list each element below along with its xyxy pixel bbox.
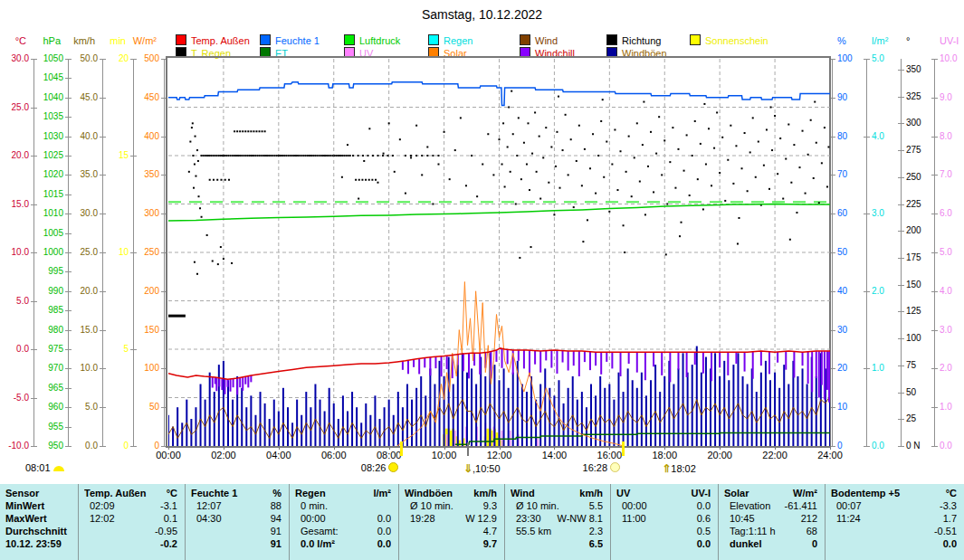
- axis-wm-tick-label: 50: [129, 403, 159, 412]
- axis--tick-label: 70: [837, 170, 870, 179]
- axis-min-tick: [130, 156, 137, 157]
- legend-item-et: ET: [260, 44, 288, 55]
- axis-hpa-tick-label: 985: [33, 306, 63, 315]
- axis-hpa-tick-label: 960: [33, 403, 63, 412]
- x-tick-mark: [500, 446, 501, 450]
- axis--tick: [898, 393, 904, 394]
- moonrise-annotation: ⇑18:02: [662, 462, 696, 475]
- table-cell-value: 0: [729, 537, 817, 550]
- legend-item-richtung: Richtung: [606, 32, 661, 43]
- table-cell-value: 1.7: [835, 512, 957, 525]
- axis-hpa-tick: [65, 271, 72, 272]
- axis-uvi-tick-label: 5.0: [940, 248, 964, 257]
- axis-hpa-tick-label: 970: [33, 364, 63, 373]
- axis-uvi-tick: [931, 368, 938, 369]
- axis--tick: [898, 338, 904, 339]
- axis-uvi-unit: UV-I: [940, 36, 964, 46]
- x-tick-mark: [389, 446, 390, 450]
- axis-lm-tick: [864, 214, 870, 214]
- axis-min-tick-label: 15: [99, 151, 129, 160]
- series-et: [455, 432, 830, 444]
- axis-min-tick-label: 5: [99, 345, 129, 354]
- table-col-regen: Regenl/m²0 min.00:000.0Gesamt:0.00.0 l/m…: [289, 484, 398, 560]
- axis--tick-label: 10: [837, 403, 870, 412]
- axis-wm-tick-label: 200: [129, 287, 159, 296]
- x-tick-label: 12:00: [480, 450, 520, 460]
- x-tick-label: 20:00: [700, 450, 740, 460]
- legend-item-temp-au-en: Temp. Außen: [176, 32, 250, 43]
- axis-c-tick: [31, 108, 37, 109]
- axis-kmh-tick-label: 0.0: [68, 441, 98, 451]
- table-cell-value: 6.5: [515, 537, 603, 550]
- axis-wm-tick-label: 500: [129, 54, 159, 63]
- axis-uvi-tick-label: 10.0: [940, 54, 964, 63]
- sunrise-sun-icon: [388, 462, 398, 472]
- legend-item-wind: Wind: [520, 32, 558, 43]
- x-tick-label: 02:00: [204, 450, 243, 460]
- legend-item-feuchte-1: Feuchte 1: [260, 32, 320, 43]
- axis-hpa-tick: [65, 427, 72, 428]
- table-cell-value: 0.5: [621, 525, 711, 537]
- axis-lm-tick-label: 2.0: [872, 287, 904, 296]
- legend-item-sonnenschein: Sonnenschein: [690, 32, 768, 43]
- table-cell-value: 0.0: [300, 525, 391, 537]
- series-windchill: [213, 348, 829, 402]
- axis-hpa-tick-label: 1030: [33, 132, 63, 141]
- axis-hpa-tick-label: 1050: [33, 54, 63, 63]
- axis-hpa-tick-label: 1040: [33, 93, 63, 102]
- axis-kmh-tick-label: 5.0: [68, 403, 98, 412]
- axis-uvi-tick: [931, 175, 938, 176]
- table-cell-value: 2.3: [515, 525, 603, 537]
- table-cell-value: -61.411: [729, 499, 817, 512]
- x-tick-mark: [830, 446, 831, 450]
- axis-kmh-tick-label: 45.0: [68, 93, 98, 102]
- axis-min-tick-label: 10: [99, 248, 129, 257]
- table-cell-value: 5.5: [515, 499, 603, 512]
- table-cell-value: W 12.9: [409, 512, 497, 525]
- axis-kmh-tick-label: 20.0: [68, 287, 98, 296]
- axis-hpa-tick: [65, 195, 72, 195]
- table-cell-value: 0.1: [89, 512, 177, 525]
- table-col-feuchte-1: Feuchte 1%12:078804:30949191: [185, 484, 289, 560]
- axis--line: [901, 59, 902, 446]
- axis-uvi-tick-label: 7.0: [940, 170, 964, 179]
- x-tick-label: 14:00: [534, 450, 574, 460]
- axis-c-tick-label: 5.0: [0, 297, 29, 306]
- axis-hpa-tick-label: 1045: [33, 73, 63, 82]
- x-tick-label: 06:00: [314, 450, 354, 460]
- axis-hpa-tick-label: 975: [33, 345, 63, 354]
- legend-item-solar: Solar: [428, 44, 467, 55]
- axis-kmh-tick: [100, 291, 106, 292]
- table-cell-value: 0.0: [300, 537, 391, 550]
- table-cell-value: 0.6: [621, 512, 711, 525]
- table-cell-value: 94: [196, 512, 282, 525]
- axis-uvi-tick-label: 3.0: [940, 326, 964, 335]
- x-tick-label: 00:00: [148, 450, 188, 460]
- axis-hpa-tick-label: 955: [33, 422, 63, 432]
- table-col-unit: UV-I: [665, 487, 711, 499]
- legend-item-windb-en: Windböen: [606, 44, 667, 55]
- x-tick-mark: [609, 446, 610, 450]
- axis--tick: [898, 150, 904, 151]
- table-row-label: Durchschnitt: [5, 525, 76, 537]
- axis-kmh-tick-label: 30.0: [68, 209, 98, 218]
- axis-uvi-tick-label: 8.0: [940, 132, 964, 141]
- axis-kmh-tick: [100, 137, 106, 138]
- x-tick-label: 22:00: [755, 450, 795, 460]
- axis--tick-label: 50: [837, 248, 870, 257]
- table-cell-value: -0.2: [89, 537, 177, 550]
- x-tick-mark: [720, 446, 721, 450]
- axis-wm-tick-label: 150: [129, 326, 159, 335]
- axis-kmh-tick-label: 50.0: [68, 54, 98, 63]
- axis-c-tick-label: 30.0: [0, 54, 29, 63]
- axis-kmh-tick: [100, 214, 106, 214]
- x-tick-mark: [444, 446, 445, 450]
- axis-uvi-tick-label: 4.0: [940, 287, 964, 296]
- axis-uvi-tick-label: 6.0: [940, 209, 964, 218]
- axis-lm-tick: [864, 59, 870, 60]
- weather-day-graph: Samstag, 10.12.2022 Temp. AußenFeuchte 1…: [0, 0, 964, 560]
- axis--tick: [898, 231, 904, 232]
- axis-wm-tick-label: 100: [129, 364, 159, 373]
- axis-hpa-tick: [65, 388, 72, 389]
- axis-uvi-tick: [931, 330, 938, 331]
